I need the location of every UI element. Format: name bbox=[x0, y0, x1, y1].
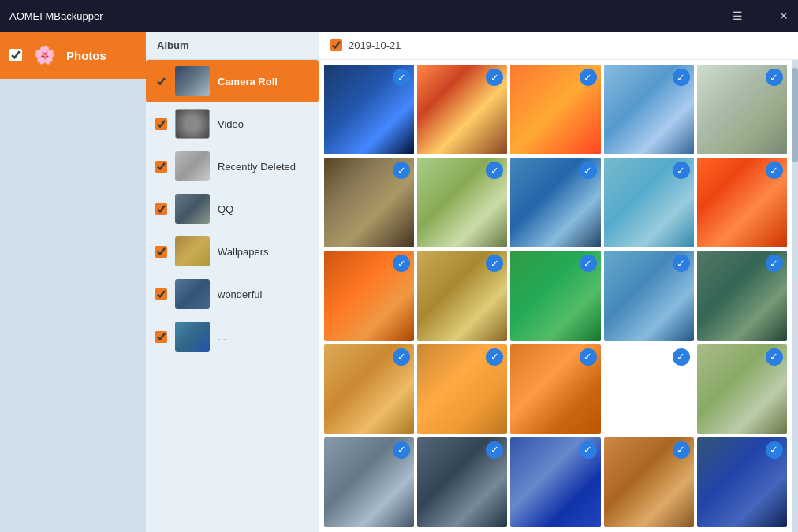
photo-checkmark: ✓ bbox=[580, 441, 597, 459]
main-window: 🌸 Photos Album Camera Roll Video Recentl… bbox=[0, 32, 798, 532]
album-thumb-wallpapers bbox=[175, 236, 210, 266]
album-thumb-recently-deleted bbox=[175, 151, 210, 181]
photo-cell[interactable]: ✓ bbox=[324, 158, 414, 247]
photo-checkmark: ✓ bbox=[580, 255, 597, 272]
scrollbar[interactable] bbox=[792, 60, 798, 532]
album-item-wonderful[interactable]: wonderful bbox=[146, 273, 319, 315]
photo-checkmark: ✓ bbox=[580, 162, 597, 179]
titlebar: AOMEI MBackupper ☰ — ✕ bbox=[0, 0, 798, 32]
album-thumb-more bbox=[175, 322, 210, 352]
photo-cell[interactable]: ✓ bbox=[510, 251, 600, 340]
album-list: Camera Roll Video Recently Deleted QQ Wa… bbox=[146, 60, 319, 532]
photo-cell[interactable]: ✓ bbox=[510, 437, 600, 527]
photo-checkmark: ✓ bbox=[673, 348, 690, 366]
photo-checkmark: ✓ bbox=[580, 69, 597, 86]
album-item-recently-deleted[interactable]: Recently Deleted bbox=[146, 145, 319, 188]
sidebar-content bbox=[0, 79, 146, 532]
photo-grid-panel: 2019-10-21 ✓ ✓ ✓ ✓ ✓ ✓ ✓ ✓ bbox=[319, 32, 798, 532]
album-name-recently-deleted: Recently Deleted bbox=[218, 161, 296, 173]
album-thumb-video bbox=[175, 109, 210, 139]
album-item-camera-roll[interactable]: Camera Roll bbox=[146, 60, 319, 102]
album-thumb-qq bbox=[175, 194, 210, 224]
photo-cell[interactable]: ✓ bbox=[697, 437, 787, 527]
photo-cell[interactable]: ✓ bbox=[604, 65, 694, 154]
album-panel: Album Camera Roll Video Recently Deleted… bbox=[146, 32, 319, 532]
photo-cell[interactable]: ✓ bbox=[697, 251, 787, 340]
sidebar-header: 🌸 Photos bbox=[0, 32, 146, 79]
date-label: 2019-10-21 bbox=[349, 39, 401, 51]
photo-cell[interactable]: ✓ bbox=[417, 344, 507, 434]
photo-checkmark: ✓ bbox=[393, 441, 410, 459]
photos-label: Photos bbox=[66, 49, 106, 62]
photo-cell[interactable]: ✓ bbox=[697, 344, 787, 434]
album-name-wonderful: wonderful bbox=[218, 288, 262, 300]
photos-checkbox[interactable] bbox=[9, 49, 22, 61]
sidebar: 🌸 Photos bbox=[0, 32, 146, 532]
photo-cell[interactable]: ✓ bbox=[604, 251, 694, 340]
photo-checkmark: ✓ bbox=[766, 69, 783, 86]
photo-cell[interactable]: ✓ bbox=[604, 158, 694, 247]
grid-scroll-wrap: ✓ ✓ ✓ ✓ ✓ ✓ ✓ ✓ ✓ ✓ bbox=[319, 60, 798, 532]
photo-cell[interactable]: ✓ bbox=[510, 158, 600, 247]
photo-cell[interactable]: ✓ bbox=[324, 344, 414, 434]
photo-cell[interactable]: ✓ bbox=[417, 158, 507, 247]
photo-checkmark: ✓ bbox=[486, 348, 503, 366]
album-name-more: ... bbox=[218, 331, 226, 343]
photo-cell[interactable]: ✓ bbox=[510, 344, 600, 434]
photo-cell[interactable]: ✓ bbox=[510, 65, 600, 154]
photo-grid-header: 2019-10-21 bbox=[319, 32, 798, 60]
album-item-more[interactable]: ... bbox=[146, 315, 319, 358]
photo-checkmark: ✓ bbox=[766, 348, 783, 366]
photo-cell[interactable]: ✓ bbox=[324, 437, 414, 527]
photo-checkmark: ✓ bbox=[673, 162, 690, 179]
album-checkbox-qq[interactable] bbox=[155, 203, 167, 215]
album-name-video: Video bbox=[218, 118, 244, 130]
photo-cell[interactable]: ✓ bbox=[324, 65, 414, 154]
photo-cell[interactable]: ✓ bbox=[604, 437, 694, 527]
photo-checkmark: ✓ bbox=[673, 69, 690, 86]
photo-checkmark: ✓ bbox=[393, 348, 410, 366]
app-title: AOMEI MBackupper bbox=[9, 10, 103, 22]
album-thumb-camera-roll bbox=[175, 66, 210, 96]
minimize-button[interactable]: — bbox=[755, 10, 766, 21]
photo-checkmark: ✓ bbox=[673, 441, 690, 459]
photo-cell[interactable]: ✓ bbox=[324, 251, 414, 340]
scrollbar-thumb[interactable] bbox=[792, 68, 798, 162]
photo-checkmark: ✓ bbox=[580, 348, 597, 366]
content-area: 🌸 Photos Album Camera Roll Video Recentl… bbox=[0, 32, 798, 532]
album-checkbox-camera-roll[interactable] bbox=[155, 76, 167, 87]
photo-cell[interactable]: ✓ bbox=[604, 344, 694, 434]
album-name-qq: QQ bbox=[218, 203, 233, 215]
close-button[interactable]: ✕ bbox=[779, 10, 789, 21]
photo-checkmark: ✓ bbox=[766, 441, 783, 459]
photo-cell[interactable]: ✓ bbox=[417, 437, 507, 527]
album-panel-header: Album bbox=[146, 32, 319, 60]
album-checkbox-recently-deleted[interactable] bbox=[155, 161, 167, 173]
album-checkbox-wonderful[interactable] bbox=[155, 288, 167, 300]
photos-icon: 🌸 bbox=[30, 41, 58, 69]
album-name-wallpapers: Wallpapers bbox=[218, 246, 269, 258]
photo-cell[interactable]: ✓ bbox=[417, 251, 507, 340]
photo-cell[interactable]: ✓ bbox=[417, 65, 507, 154]
album-checkbox-wallpapers[interactable] bbox=[155, 246, 167, 258]
photo-grid: ✓ ✓ ✓ ✓ ✓ ✓ ✓ ✓ ✓ ✓ bbox=[319, 60, 792, 532]
album-thumb-wonderful bbox=[175, 279, 210, 309]
album-item-qq[interactable]: QQ bbox=[146, 188, 319, 230]
album-item-video[interactable]: Video bbox=[146, 102, 319, 145]
menu-icon[interactable]: ☰ bbox=[733, 10, 743, 21]
album-item-wallpapers[interactable]: Wallpapers bbox=[146, 230, 319, 273]
album-name-camera-roll: Camera Roll bbox=[218, 76, 278, 87]
photo-cell[interactable]: ✓ bbox=[697, 158, 787, 247]
window-controls: ☰ — ✕ bbox=[733, 10, 789, 21]
date-checkbox[interactable] bbox=[330, 39, 342, 51]
album-checkbox-more[interactable] bbox=[155, 331, 167, 343]
album-checkbox-video[interactable] bbox=[155, 118, 167, 130]
photo-cell[interactable]: ✓ bbox=[697, 65, 787, 154]
